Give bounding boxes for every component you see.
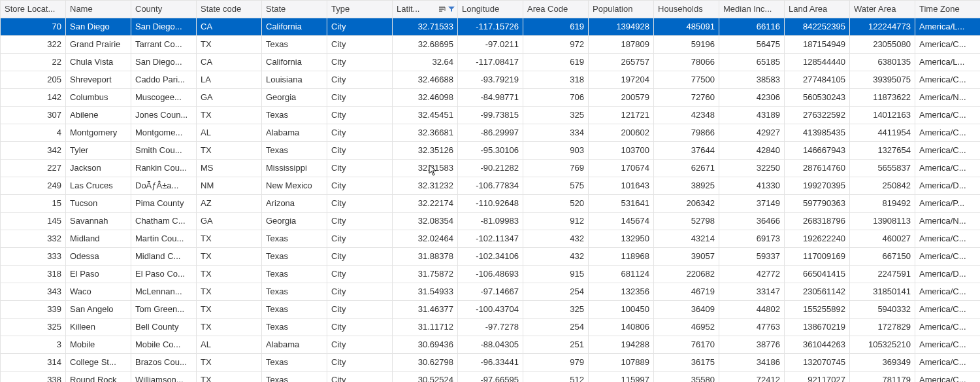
cell-county[interactable]: El Paso Co...: [131, 266, 197, 283]
cell-name[interactable]: Mobile: [66, 336, 131, 354]
cell-county[interactable]: Mobile Co...: [131, 336, 197, 354]
cell-hh[interactable]: 78066: [654, 54, 719, 71]
column-header-water[interactable]: Water Area: [850, 1, 915, 18]
cell-inc[interactable]: 34186: [719, 354, 785, 372]
cell-pop[interactable]: 1394928: [589, 18, 654, 36]
cell-stcode[interactable]: NM: [197, 177, 262, 195]
cell-type[interactable]: City: [327, 54, 393, 71]
cell-county[interactable]: Midland C...: [131, 248, 197, 266]
table-row[interactable]: 22Chula VistaSan Diego...CACaliforniaCit…: [1, 54, 981, 71]
cell-store[interactable]: 343: [1, 283, 66, 301]
cell-hh[interactable]: 485091: [654, 18, 719, 36]
cell-lon[interactable]: -84.98771: [458, 89, 523, 107]
cell-area[interactable]: 254: [523, 283, 589, 301]
cell-area[interactable]: 512: [523, 372, 589, 383]
cell-pop[interactable]: 200602: [589, 124, 654, 142]
cell-store[interactable]: 339: [1, 301, 66, 319]
cell-area[interactable]: 619: [523, 54, 589, 71]
cell-hh[interactable]: 72760: [654, 89, 719, 107]
cell-store[interactable]: 322: [1, 36, 66, 54]
cell-water[interactable]: 2247591: [850, 266, 915, 283]
cell-area[interactable]: 325: [523, 107, 589, 124]
cell-land[interactable]: 138670219: [785, 319, 850, 336]
table-row[interactable]: 70San DiegoSan Diego...CACaliforniaCity3…: [1, 18, 981, 36]
cell-land[interactable]: 560530243: [785, 89, 850, 107]
cell-store[interactable]: 145: [1, 213, 66, 230]
cell-water[interactable]: 781179: [850, 372, 915, 383]
cell-stcode[interactable]: GA: [197, 213, 262, 230]
cell-tz[interactable]: America/D...: [915, 266, 981, 283]
cell-tz[interactable]: America/C...: [915, 71, 981, 89]
filter-icon[interactable]: [448, 6, 455, 12]
cell-type[interactable]: City: [327, 283, 393, 301]
cell-name[interactable]: Chula Vista: [66, 54, 131, 71]
cell-stcode[interactable]: TX: [197, 266, 262, 283]
cell-store[interactable]: 70: [1, 18, 66, 36]
cell-lat[interactable]: 32.45451: [393, 107, 458, 124]
cell-state[interactable]: Texas: [262, 230, 327, 248]
cell-inc[interactable]: 42306: [719, 89, 785, 107]
cell-land[interactable]: 199270395: [785, 177, 850, 195]
cell-land[interactable]: 128544440: [785, 54, 850, 71]
cell-type[interactable]: City: [327, 124, 393, 142]
cell-hh[interactable]: 76170: [654, 336, 719, 354]
cell-area[interactable]: 254: [523, 319, 589, 336]
cell-water[interactable]: 5655837: [850, 160, 915, 177]
table-row[interactable]: 4MontgomeryMontgome...ALAlabamaCity32.36…: [1, 124, 981, 142]
cell-hh[interactable]: 39057: [654, 248, 719, 266]
cell-state[interactable]: Alabama: [262, 336, 327, 354]
cell-type[interactable]: City: [327, 177, 393, 195]
cell-stcode[interactable]: LA: [197, 71, 262, 89]
cell-tz[interactable]: America/C...: [915, 107, 981, 124]
cell-type[interactable]: City: [327, 213, 393, 230]
column-header-pop[interactable]: Population: [589, 1, 654, 18]
cell-tz[interactable]: America/C...: [915, 230, 981, 248]
cell-county[interactable]: Montgome...: [131, 124, 197, 142]
cell-tz[interactable]: America/C...: [915, 372, 981, 383]
cell-water[interactable]: 6380135: [850, 54, 915, 71]
cell-lat[interactable]: 32.02464: [393, 230, 458, 248]
cell-inc[interactable]: 33147: [719, 283, 785, 301]
cell-store[interactable]: 314: [1, 354, 66, 372]
cell-land[interactable]: 155255892: [785, 301, 850, 319]
cell-state[interactable]: Mississippi: [262, 160, 327, 177]
cell-name[interactable]: Abilene: [66, 107, 131, 124]
cell-name[interactable]: San Diego: [66, 18, 131, 36]
cell-state[interactable]: Georgia: [262, 213, 327, 230]
cell-lat[interactable]: 31.75872: [393, 266, 458, 283]
cell-county[interactable]: DoÃƒÂ±a...: [131, 177, 197, 195]
cell-hh[interactable]: 77500: [654, 71, 719, 89]
cell-lat[interactable]: 32.46098: [393, 89, 458, 107]
cell-inc[interactable]: 69173: [719, 230, 785, 248]
cell-tz[interactable]: America/N...: [915, 213, 981, 230]
cell-tz[interactable]: America/N...: [915, 89, 981, 107]
cell-store[interactable]: 4: [1, 124, 66, 142]
cell-area[interactable]: 769: [523, 160, 589, 177]
cell-lon[interactable]: -117.08417: [458, 54, 523, 71]
cell-name[interactable]: Montgomery: [66, 124, 131, 142]
cell-hh[interactable]: 59196: [654, 36, 719, 54]
cell-lon[interactable]: -106.77834: [458, 177, 523, 195]
cell-water[interactable]: 14012163: [850, 107, 915, 124]
cell-state[interactable]: Texas: [262, 248, 327, 266]
cell-type[interactable]: City: [327, 18, 393, 36]
sort-descending-icon[interactable]: [439, 6, 446, 12]
cell-water[interactable]: 23055080: [850, 36, 915, 54]
cell-lon[interactable]: -100.43704: [458, 301, 523, 319]
cell-land[interactable]: 268318796: [785, 213, 850, 230]
cell-water[interactable]: 4411954: [850, 124, 915, 142]
cell-inc[interactable]: 41330: [719, 177, 785, 195]
column-header-lon[interactable]: Longitude: [458, 1, 523, 18]
cell-type[interactable]: City: [327, 354, 393, 372]
cell-store[interactable]: 342: [1, 142, 66, 160]
cell-stcode[interactable]: TX: [197, 248, 262, 266]
cell-inc[interactable]: 43189: [719, 107, 785, 124]
cell-pop[interactable]: 265757: [589, 54, 654, 71]
cell-hh[interactable]: 36175: [654, 354, 719, 372]
cell-stcode[interactable]: AL: [197, 124, 262, 142]
cell-hh[interactable]: 206342: [654, 195, 719, 213]
cell-hh[interactable]: 37644: [654, 142, 719, 160]
table-row[interactable]: 314College St...Brazos Cou...TXTexasCity…: [1, 354, 981, 372]
cell-stcode[interactable]: CA: [197, 54, 262, 71]
cell-county[interactable]: Martin Cou...: [131, 230, 197, 248]
